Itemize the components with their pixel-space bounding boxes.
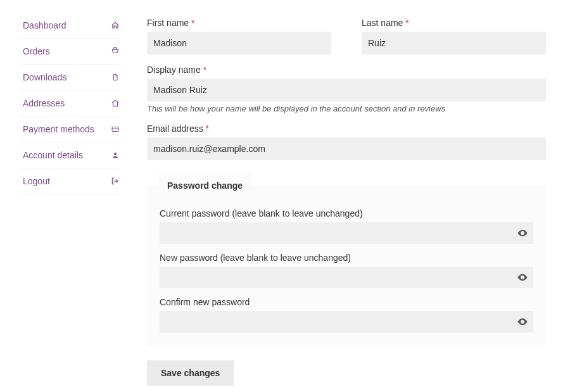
- display-name-label: Display name *: [147, 65, 546, 75]
- sidebar-item-label: Dashboard: [23, 20, 66, 30]
- sidebar-item-label: Downloads: [23, 72, 66, 82]
- last-name-label: Last name *: [362, 18, 546, 28]
- required-mark: *: [206, 123, 209, 134]
- required-mark: *: [405, 18, 408, 28]
- account-sidebar: Dashboard Orders Downloads Addresses Pay…: [20, 18, 122, 386]
- sidebar-item-account-details[interactable]: Account details: [20, 142, 122, 168]
- display-name-input[interactable]: [147, 79, 546, 101]
- first-name-label: First name *: [147, 18, 331, 28]
- email-label: Email address *: [147, 123, 546, 134]
- sidebar-item-label: Account details: [23, 150, 83, 160]
- required-mark: *: [203, 65, 206, 75]
- required-mark: *: [191, 18, 194, 28]
- last-name-input[interactable]: [362, 32, 546, 54]
- sidebar-item-label: Logout: [23, 176, 50, 186]
- card-icon: [110, 124, 120, 134]
- save-changes-button[interactable]: Save changes: [147, 360, 234, 386]
- email-input[interactable]: [147, 137, 546, 160]
- display-name-hint: This will be how your name will be displ…: [147, 104, 546, 113]
- sidebar-item-downloads[interactable]: Downloads: [20, 65, 122, 91]
- current-password-input[interactable]: [160, 222, 533, 244]
- user-icon: [110, 150, 120, 160]
- confirm-password-label: Confirm new password: [160, 297, 533, 307]
- first-name-input[interactable]: [147, 32, 331, 54]
- sidebar-item-orders[interactable]: Orders: [20, 39, 122, 65]
- password-change-section: Password change Current password (leave …: [147, 173, 546, 346]
- svg-rect-0: [112, 127, 118, 132]
- logout-icon: [110, 176, 120, 186]
- sidebar-item-label: Payment methods: [23, 124, 94, 134]
- show-password-icon[interactable]: [517, 316, 528, 327]
- cart-icon: [110, 46, 120, 56]
- svg-point-1: [114, 153, 117, 155]
- show-password-icon[interactable]: [517, 227, 528, 239]
- sidebar-item-dashboard[interactable]: Dashboard: [20, 18, 122, 39]
- show-password-icon[interactable]: [517, 272, 528, 283]
- svg-point-4: [522, 321, 524, 323]
- svg-point-3: [522, 277, 524, 279]
- account-details-form: First name * Last name * Display name * …: [147, 18, 546, 386]
- sidebar-item-label: Orders: [23, 46, 50, 56]
- new-password-label: New password (leave blank to leave uncha…: [160, 253, 533, 263]
- sidebar-item-addresses[interactable]: Addresses: [20, 91, 122, 117]
- sidebar-item-label: Addresses: [23, 98, 65, 108]
- file-icon: [110, 72, 120, 82]
- current-password-label: Current password (leave blank to leave u…: [160, 208, 533, 218]
- sidebar-item-logout[interactable]: Logout: [20, 168, 122, 194]
- new-password-input[interactable]: [160, 267, 533, 288]
- dashboard-icon: [110, 20, 120, 30]
- sidebar-item-payment-methods[interactable]: Payment methods: [20, 117, 122, 142]
- svg-point-2: [522, 232, 524, 234]
- password-change-legend: Password change: [158, 173, 251, 198]
- home-icon: [110, 98, 120, 108]
- confirm-password-input[interactable]: [160, 311, 533, 332]
